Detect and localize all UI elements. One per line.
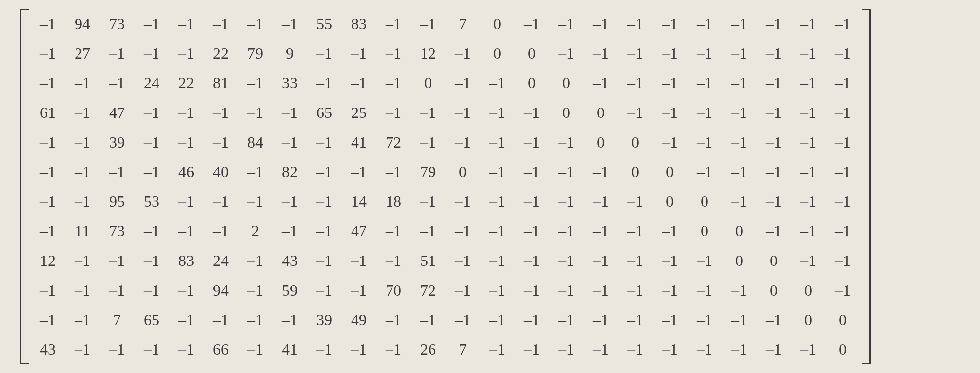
matrix-cell: –1 <box>134 98 169 127</box>
matrix-cell: –1 <box>134 246 169 275</box>
matrix-row: –1–139–1–1–184–1–14172–1–1–1–1–100–1–1–1… <box>31 127 860 157</box>
matrix-cell: 33 <box>273 68 307 98</box>
matrix-cell: –1 <box>134 275 169 305</box>
matrix-cell: 14 <box>342 186 376 216</box>
matrix-cell: –1 <box>480 127 514 157</box>
matrix-cell: –1 <box>549 216 584 246</box>
matrix-cell: –1 <box>307 216 342 246</box>
matrix-cell: 0 <box>445 157 480 186</box>
matrix-cell: –1 <box>514 98 549 127</box>
matrix-cell: –1 <box>618 186 653 216</box>
matrix-cell: –1 <box>480 68 514 98</box>
matrix-cell: –1 <box>376 98 411 127</box>
matrix-cell: –1 <box>825 186 860 216</box>
matrix-cell: –1 <box>756 38 791 68</box>
matrix-cell: –1 <box>549 246 584 275</box>
matrix-cell: –1 <box>722 9 756 38</box>
matrix-cell: –1 <box>722 38 756 68</box>
matrix-cell: –1 <box>100 38 134 68</box>
matrix-cell: –1 <box>756 186 791 216</box>
matrix-cell: –1 <box>238 275 273 305</box>
matrix-cell: –1 <box>480 305 514 335</box>
matrix-cell: –1 <box>756 157 791 186</box>
matrix-cell: –1 <box>584 216 618 246</box>
matrix-cell: 11 <box>65 216 100 246</box>
matrix-cell: –1 <box>342 275 376 305</box>
matrix-cell: 55 <box>307 9 342 38</box>
matrix-row: 43–1–1–1–166–141–1–1–1267–1–1–1–1–1–1–1–… <box>31 335 860 364</box>
matrix-cell: –1 <box>825 98 860 127</box>
matrix-cell: 72 <box>411 275 445 305</box>
matrix-cell: –1 <box>169 38 203 68</box>
matrix-cell: –1 <box>100 157 134 186</box>
matrix-cell: –1 <box>653 127 687 157</box>
matrix-cell: –1 <box>169 98 203 127</box>
matrix-cell: 0 <box>411 68 445 98</box>
matrix-cell: 0 <box>618 157 653 186</box>
matrix-cell: 39 <box>100 127 134 157</box>
matrix-cell: –1 <box>134 127 169 157</box>
matrix-cell: –1 <box>549 335 584 364</box>
matrix-cell: 79 <box>411 157 445 186</box>
matrix-cell: –1 <box>445 305 480 335</box>
matrix-cell: –1 <box>238 9 273 38</box>
matrix-cell: 43 <box>273 246 307 275</box>
matrix-cell: –1 <box>722 127 756 157</box>
matrix-cell: 0 <box>514 68 549 98</box>
matrix-cell: –1 <box>411 98 445 127</box>
matrix-cell: 0 <box>791 305 825 335</box>
matrix-cell: –1 <box>653 305 687 335</box>
matrix-cell: 0 <box>653 186 687 216</box>
matrix-cell: 0 <box>722 216 756 246</box>
matrix-cell: –1 <box>273 305 307 335</box>
matrix-cell: –1 <box>376 38 411 68</box>
matrix-cell: 43 <box>31 335 65 364</box>
matrix-cell: –1 <box>307 246 342 275</box>
matrix-cell: –1 <box>307 335 342 364</box>
matrix-cell: –1 <box>722 305 756 335</box>
right-bracket-icon <box>860 9 871 364</box>
matrix-cell: –1 <box>134 38 169 68</box>
matrix-cell: –1 <box>411 216 445 246</box>
matrix-cell: –1 <box>31 305 65 335</box>
matrix-cell: –1 <box>238 98 273 127</box>
matrix-cell: –1 <box>514 246 549 275</box>
matrix-cell: –1 <box>549 38 584 68</box>
matrix-cell: –1 <box>584 275 618 305</box>
matrix-cell: –1 <box>65 127 100 157</box>
left-bracket-icon <box>20 9 31 364</box>
matrix-cell: –1 <box>238 157 273 186</box>
matrix-cell: –1 <box>65 275 100 305</box>
matrix-cell: –1 <box>307 127 342 157</box>
matrix-cell: –1 <box>549 9 584 38</box>
matrix-cell: 0 <box>687 216 722 246</box>
matrix-cell: –1 <box>584 186 618 216</box>
matrix-cell: –1 <box>687 9 722 38</box>
matrix-cell: –1 <box>445 38 480 68</box>
matrix-cell: –1 <box>100 335 134 364</box>
matrix-cell: –1 <box>722 186 756 216</box>
matrix-cell: –1 <box>791 98 825 127</box>
matrix-cell: –1 <box>203 9 238 38</box>
matrix-cell: –1 <box>307 38 342 68</box>
matrix-cell: 0 <box>687 186 722 216</box>
matrix-cell: 66 <box>203 335 238 364</box>
matrix-cell: –1 <box>549 275 584 305</box>
matrix-cell: –1 <box>376 9 411 38</box>
matrix-cell: –1 <box>65 186 100 216</box>
matrix-cell: –1 <box>584 335 618 364</box>
matrix-cell: –1 <box>618 335 653 364</box>
matrix-cell: 0 <box>549 68 584 98</box>
matrix-cell: –1 <box>825 68 860 98</box>
matrix-cell: 0 <box>791 275 825 305</box>
matrix-cell: 41 <box>342 127 376 157</box>
matrix-cell: –1 <box>653 98 687 127</box>
matrix-cell: –1 <box>618 216 653 246</box>
matrix-cell: –1 <box>480 335 514 364</box>
matrix-cell: –1 <box>307 186 342 216</box>
matrix-cell: –1 <box>480 275 514 305</box>
matrix-cell: 0 <box>756 246 791 275</box>
matrix-cell: 49 <box>342 305 376 335</box>
matrix-cell: 7 <box>445 9 480 38</box>
matrix-cell: 26 <box>411 335 445 364</box>
